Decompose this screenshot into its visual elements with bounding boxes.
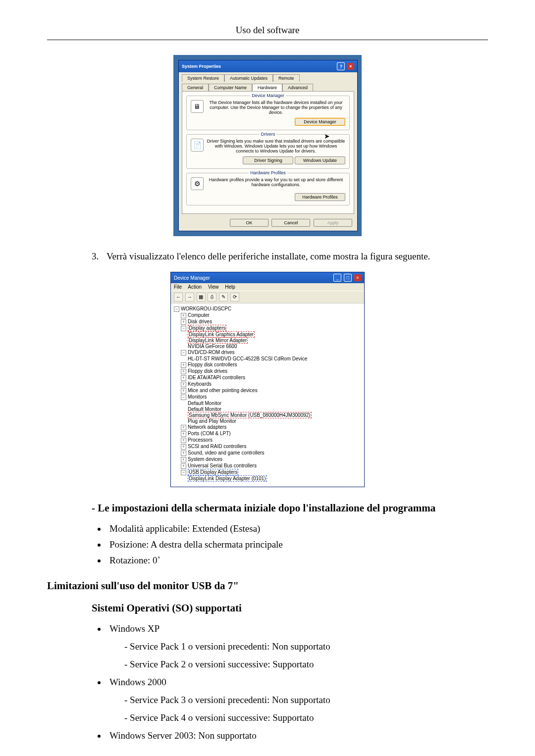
node-nvidia[interactable]: NVIDIA GeForce 6600: [188, 344, 237, 349]
menu-action[interactable]: Action: [188, 284, 202, 290]
node-usb-controllers[interactable]: Universal Serial Bus controllers: [188, 463, 257, 468]
cancel-button[interactable]: Cancel: [271, 219, 310, 227]
toolbar-tree-icon[interactable]: ▦: [197, 293, 206, 302]
node-ide[interactable]: IDE ATA/ATAPI controllers: [188, 375, 245, 380]
expand-icon[interactable]: +: [181, 463, 186, 469]
expand-icon[interactable]: +: [181, 369, 186, 374]
dialog-titlebar: System Properties ? ×: [179, 60, 357, 72]
ok-button[interactable]: OK: [230, 219, 268, 227]
node-disk[interactable]: Disk drives: [188, 319, 212, 324]
expand-icon[interactable]: +: [181, 438, 186, 443]
node-samsung-monitor[interactable]: Samsung MbSync Monitor (USB_080000H4JM30…: [188, 412, 312, 418]
drivers-icon: 📄: [191, 139, 204, 151]
node-sound[interactable]: Sound, video and game controllers: [188, 450, 265, 455]
expand-icon[interactable]: −: [181, 395, 186, 400]
node-ports[interactable]: Ports (COM & LPT): [188, 431, 231, 436]
toolbar-forward-icon[interactable]: →: [185, 293, 194, 302]
step-number: 3.: [92, 251, 107, 262]
w2000-sp4: - Service Pack 4 o versioni successive: …: [124, 712, 488, 723]
expand-icon[interactable]: +: [181, 388, 186, 394]
help-icon[interactable]: ?: [337, 62, 345, 70]
tab-advanced[interactable]: Advanced: [282, 84, 313, 91]
maximize-icon[interactable]: □: [344, 274, 352, 282]
driver-signing-button[interactable]: Driver Signing: [243, 156, 293, 164]
node-floppy-ctrl[interactable]: Floppy disk controllers: [188, 362, 237, 367]
tab-remote[interactable]: Remote: [273, 74, 300, 82]
os-windows-2000: Windows 2000: [109, 677, 166, 687]
os-windows-xp: Windows XP: [109, 623, 160, 634]
toolbar-back-icon[interactable]: ←: [174, 293, 183, 302]
expand-icon[interactable]: +: [181, 382, 186, 387]
tab-automatic-updates[interactable]: Automatic Updates: [224, 74, 273, 82]
page-header: Uso del software: [47, 25, 488, 36]
close-icon[interactable]: ×: [347, 63, 354, 70]
dialog-title: System Properties: [182, 64, 221, 69]
tree-root[interactable]: WORKGROU-IDSCPC: [181, 306, 231, 311]
expand-icon[interactable]: −: [181, 350, 186, 355]
limitations-heading: Limitazioni sull'uso del monitor USB da …: [47, 580, 488, 592]
bullet-rotation: Rotazione: 0˚: [107, 555, 488, 566]
expand-icon[interactable]: −: [174, 306, 179, 312]
windows-update-button[interactable]: Windows Update: [295, 156, 345, 164]
node-dvd[interactable]: DVD/CD-ROM drives: [188, 350, 234, 355]
group-title-hardware-profiles: Hardware Profiles: [249, 170, 287, 175]
minimize-icon[interactable]: _: [333, 274, 341, 282]
node-pnp-monitor[interactable]: Plug and Play Monitor: [188, 418, 236, 424]
tab-hardware[interactable]: Hardware: [252, 84, 282, 91]
toolbar-print-icon[interactable]: ⎙: [208, 293, 216, 302]
tab-general[interactable]: General: [182, 84, 209, 91]
menu-view[interactable]: View: [208, 284, 219, 290]
close-icon[interactable]: ×: [354, 274, 361, 281]
supported-os-heading: Sistemi Operativi (SO) supportati: [92, 602, 488, 614]
node-mice[interactable]: Mice and other pointing devices: [188, 388, 258, 393]
node-network[interactable]: Network adapters: [188, 424, 226, 430]
expand-icon[interactable]: +: [181, 425, 186, 430]
node-keyboards[interactable]: Keyboards: [188, 381, 212, 387]
expand-icon[interactable]: −: [181, 326, 186, 331]
xp-sp2: - Service Pack 2 o versioni successive: …: [124, 659, 488, 670]
node-monitors[interactable]: Monitors: [188, 394, 207, 400]
device-manager-button[interactable]: Device Manager: [295, 118, 345, 126]
tab-computer-name[interactable]: Computer Name: [209, 84, 252, 91]
node-sysdev[interactable]: System devices: [188, 456, 222, 462]
bullet-mode: Modalità applicabile: Extended (Estesa): [107, 523, 488, 534]
node-usb-display-adapters[interactable]: USB Display Adapters: [188, 469, 238, 475]
menu-help[interactable]: Help: [225, 284, 235, 290]
node-display-adapters[interactable]: Display adapters: [188, 325, 226, 331]
node-scsi[interactable]: SCSI and RAID controllers: [188, 444, 246, 449]
cursor-icon: ➤: [324, 132, 330, 141]
hardware-profiles-text: Hardware profiles provide a way for you …: [207, 177, 345, 190]
node-displaylink-adapter[interactable]: DisplayLink Display Adapter (0101): [188, 475, 267, 482]
expand-icon[interactable]: +: [181, 451, 186, 456]
toolbar-properties-icon[interactable]: ✎: [219, 293, 228, 302]
node-default-monitor-2[interactable]: Default Monitor: [188, 406, 221, 412]
apply-button[interactable]: Apply: [314, 219, 352, 227]
toolbar-refresh-icon[interactable]: ⟳: [230, 293, 239, 302]
expand-icon[interactable]: −: [181, 470, 186, 475]
node-displaylink-mirror[interactable]: DisplayLink Mirror Adapter: [188, 337, 248, 344]
xp-sp1: - Service Pack 1 o versioni precedenti: …: [124, 641, 488, 652]
expand-icon[interactable]: +: [181, 375, 186, 381]
node-computer[interactable]: Computer: [188, 312, 210, 318]
expand-icon[interactable]: +: [181, 431, 186, 437]
hardware-profiles-button[interactable]: Hardware Profiles: [295, 193, 345, 201]
node-dvd-item[interactable]: HL-DT-ST RW/DVD GCC-4522B SCSI CdRom Dev…: [188, 356, 307, 361]
node-floppy[interactable]: Floppy disk drives: [188, 368, 227, 374]
os-windows-server-2003: Windows Server 2003: Non supportato: [107, 730, 488, 741]
device-manager-icon: 🖥: [191, 100, 204, 113]
node-processors[interactable]: Processors: [188, 437, 213, 443]
bullet-position: Posizione: A destra della schermata prin…: [107, 539, 488, 550]
expand-icon[interactable]: +: [181, 444, 186, 450]
tab-system-restore[interactable]: System Restore: [182, 74, 224, 82]
initial-settings-heading: - Le impostazioni della schermata inizia…: [92, 502, 488, 514]
menu-file[interactable]: File: [174, 284, 182, 290]
expand-icon[interactable]: +: [181, 319, 186, 325]
system-properties-screenshot: System Properties ? × System Restore Aut…: [173, 55, 362, 236]
expand-icon[interactable]: +: [181, 457, 186, 462]
expand-icon[interactable]: +: [181, 313, 186, 318]
w2000-sp3: - Service Pack 3 o versioni precedenti: …: [124, 695, 488, 706]
node-default-monitor-1[interactable]: Default Monitor: [188, 401, 221, 406]
device-manager-text: The Device Manager lists all the hardwar…: [207, 100, 345, 115]
drivers-text: Driver Signing lets you make sure that i…: [207, 139, 345, 153]
expand-icon[interactable]: +: [181, 362, 186, 368]
